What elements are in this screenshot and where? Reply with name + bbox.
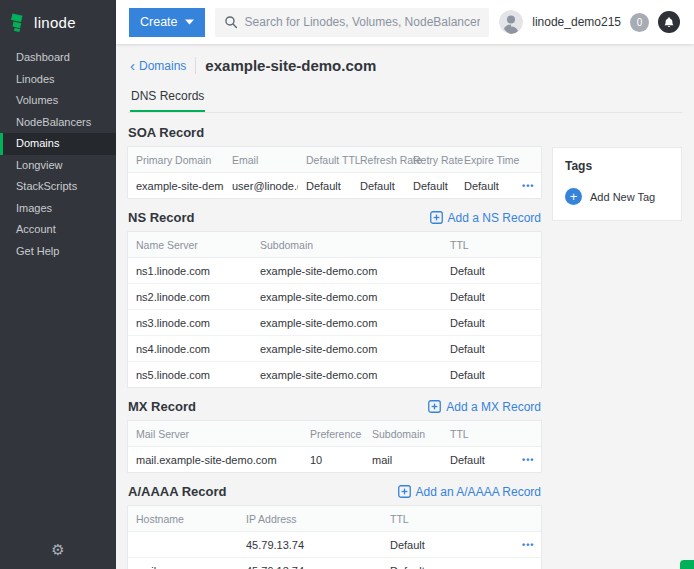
column-header: Default TTL [298,147,352,173]
sidebar: linode Dashboard Linodes Volumes NodeBal… [0,0,116,569]
add-new-tag-label: Add New Tag [590,191,655,203]
column-header: Primary Domain [128,147,224,173]
content-layout: SOA Record Primary Domain Email Default … [128,113,682,569]
search-input[interactable] [245,15,481,29]
main-area: Create linode_demo215 [116,0,694,569]
table-row: ns4.linode.com example-site-demo.com Def… [128,336,541,362]
sidebar-nav: Dashboard Linodes Volumes NodeBalancers … [0,44,116,262]
linode-logo[interactable]: linode [0,0,116,44]
cell-name-server: ns4.linode.com [128,336,252,362]
sidebar-item-domains[interactable]: Domains [0,133,116,155]
cell-mail-server: mail.example-site-demo.com [128,447,302,473]
cell-ip-address: 45.79.13.74 [238,532,382,558]
table-row: mail 45.79.13.74 Default ••• [128,558,541,569]
notifications-button[interactable] [658,11,680,33]
cell-ttl: Default [442,362,541,388]
table-row: ns5.linode.com example-site-demo.com Def… [128,362,541,388]
column-header: Preference [302,421,364,447]
add-ns-record-link[interactable]: Add a NS Record [430,211,541,225]
table-row: ns1.linode.com example-site-demo.com Def… [128,258,541,284]
column-header: TTL [442,232,541,258]
table-header-row: Hostname IP Address TTL [128,506,541,532]
cell-primary-domain: example-site-demo.com [128,173,224,199]
page-title: example-site-demo.com [205,57,376,74]
column-header: Email [224,147,298,173]
create-button[interactable]: Create [129,8,205,37]
breadcrumb: ‹ Domains example-site-demo.com [128,44,682,84]
add-ns-record-label: Add a NS Record [448,211,541,225]
sidebar-item-get-help[interactable]: Get Help [0,241,116,263]
notification-count-badge[interactable]: 0 [630,13,649,32]
add-mx-record-label: Add a MX Record [446,400,541,414]
cell-ttl: Default [442,258,541,284]
add-a-aaaa-record-link[interactable]: Add an A/AAAA Record [398,485,541,499]
column-header-actions [514,506,541,532]
ns-section-header: NS Record Add a NS Record [128,198,541,232]
cell-name-server: ns1.linode.com [128,258,252,284]
table-header-row: Primary Domain Email Default TTL Refresh… [128,147,541,173]
column-header: Subdomain [252,232,442,258]
mx-section-header: MX Record Add a MX Record [128,387,541,421]
cell-preference: 10 [302,447,364,473]
sidebar-item-linodes[interactable]: Linodes [0,69,116,91]
column-header: IP Address [238,506,382,532]
user-area: linode_demo215 0 [499,10,680,34]
add-new-tag-button[interactable]: + Add New Tag [565,188,669,205]
cell-hostname [128,532,238,558]
cell-ttl: Default [382,558,514,569]
sidebar-item-stackscripts[interactable]: StackScripts [0,176,116,198]
add-mx-record-link[interactable]: Add a MX Record [428,400,541,414]
add-record-icon [430,211,443,224]
gear-icon[interactable]: ⚙ [0,541,116,559]
soa-section-header: SOA Record [128,113,541,147]
plus-circle-icon: + [565,188,582,205]
column-header: Subdomain [364,421,442,447]
column-header: Hostname [128,506,238,532]
breadcrumb-label: Domains [139,59,186,73]
cell-name-server: ns2.linode.com [128,284,252,310]
cell-refresh-rate: Default [352,173,405,199]
row-actions-icon[interactable]: ••• [514,532,541,558]
column-header: Expire Time [456,147,514,173]
records-column: SOA Record Primary Domain Email Default … [128,113,541,569]
cell-ttl: Default [442,447,514,473]
soa-record-table: Primary Domain Email Default TTL Refresh… [128,147,541,198]
table-header-row: Name Server Subdomain TTL [128,232,541,258]
sidebar-item-images[interactable]: Images [0,198,116,220]
add-record-icon [428,400,441,413]
cell-subdomain: example-site-demo.com [252,336,442,362]
cell-retry-rate: Default [405,173,456,199]
chat-widget[interactable] [680,560,694,569]
sidebar-item-nodebalancers[interactable]: NodeBalancers [0,112,116,134]
column-header: TTL [442,421,514,447]
soa-section-title: SOA Record [128,125,204,140]
tab-dns-records[interactable]: DNS Records [130,84,205,112]
sidebar-item-volumes[interactable]: Volumes [0,90,116,112]
row-actions-icon[interactable]: ••• [514,173,541,199]
row-actions-icon[interactable]: ••• [514,558,541,569]
username[interactable]: linode_demo215 [532,15,621,29]
sidebar-item-longview[interactable]: Longview [0,155,116,177]
column-header: Name Server [128,232,252,258]
table-row: mail.example-site-demo.com 10 mail Defau… [128,447,541,473]
add-record-icon [398,485,411,498]
row-actions-icon[interactable]: ••• [514,447,541,473]
bell-icon [663,16,675,29]
content: ‹ Domains example-site-demo.com DNS Reco… [116,44,694,569]
sidebar-item-account[interactable]: Account [0,219,116,241]
back-to-domains-link[interactable]: ‹ Domains [130,59,186,73]
cell-ttl: Default [442,310,541,336]
create-button-label: Create [140,15,178,29]
table-row: ns3.linode.com example-site-demo.com Def… [128,310,541,336]
logo-text: linode [34,14,76,31]
cell-ip-address: 45.79.13.74 [238,558,382,569]
search-box [215,8,490,37]
sidebar-item-dashboard[interactable]: Dashboard [0,47,116,69]
chevron-down-icon [185,19,194,25]
table-header-row: Mail Server Preference Subdomain TTL [128,421,541,447]
table-row: example-site-demo.com user@linode.com De… [128,173,541,199]
column-header: Refresh Rate [352,147,405,173]
cell-subdomain: example-site-demo.com [252,284,442,310]
cell-subdomain: example-site-demo.com [252,258,442,284]
avatar[interactable] [499,10,523,34]
